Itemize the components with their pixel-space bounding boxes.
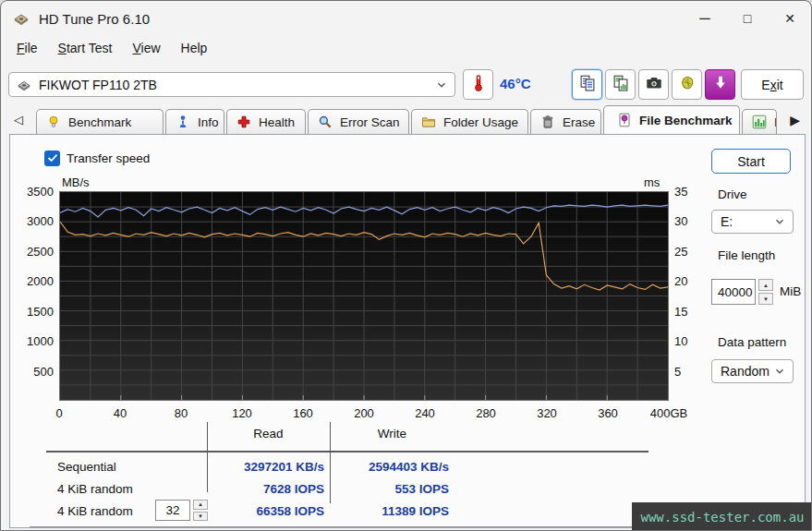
ms-axis-tick: 25 [674, 244, 687, 258]
app-window: HD Tune Pro 6.10 ─ □ ✕ FileStart TestVie… [0, 0, 812, 531]
benchmark-icon [46, 115, 61, 129]
data-pattern-select[interactable]: Random [711, 359, 794, 383]
benchmark-chart [59, 191, 669, 401]
screenshot-button[interactable] [638, 69, 669, 100]
download-button[interactable] [705, 69, 735, 100]
file-length-input[interactable]: 40000 [711, 279, 756, 305]
tab-label: Health [259, 115, 295, 129]
tab-label: Folder Usage [443, 115, 518, 129]
x-axis-tick: 80 [175, 406, 188, 420]
drive-select[interactable]: E: [711, 210, 794, 234]
folder-icon [421, 115, 436, 129]
monitor-icon [752, 115, 767, 129]
spinner-up-icon[interactable]: ▲ [758, 279, 773, 291]
health-icon [236, 115, 251, 129]
chevron-down-icon [436, 79, 447, 91]
menu-item-file[interactable]: File [6, 39, 48, 57]
tab-file-benchmark[interactable]: File Benchmark [603, 105, 740, 134]
tab-label: Info [198, 115, 219, 129]
menu-item-start-test[interactable]: Start Test [48, 39, 123, 57]
ms-axis-tick: 20 [674, 274, 687, 288]
drive-select-value: E: [721, 214, 733, 229]
app-disk-icon [13, 10, 30, 27]
maximize-button[interactable]: □ [726, 1, 769, 36]
tab-m[interactable]: M. [742, 109, 777, 134]
x-axis-tick: 0 [55, 406, 62, 420]
temperature-value: 46°C [500, 76, 531, 91]
write-value: 2594403 KB/s [330, 457, 449, 477]
check-icon [47, 151, 58, 167]
x-axis-tick: 160 [293, 406, 313, 420]
y-axis-tick: 2000 [10, 274, 54, 288]
row-label: 4 KiB random [57, 501, 133, 522]
x-axis-tick: 40 [114, 406, 127, 420]
file-length-unit: MiB [780, 284, 801, 298]
download-icon [711, 74, 730, 95]
read-value: 3297201 KB/s [207, 457, 324, 477]
tabs-scroll-right-icon[interactable]: ▶ [790, 113, 800, 127]
window-title: HD Tune Pro 6.10 [39, 11, 150, 27]
table-row: 4 KiB random7628 IOPS553 IOPS [30, 479, 464, 500]
menu-bar: FileStart TestViewHelp [1, 36, 811, 60]
start-button[interactable]: Start [711, 149, 791, 174]
toolbar-buttons [572, 69, 735, 100]
drive-label: Drive [718, 187, 747, 201]
tab-info[interactable]: Info [165, 109, 224, 134]
tab-benchmark[interactable]: Benchmark [36, 109, 164, 134]
copy-icon [578, 74, 597, 95]
x-axis-tick: 240 [415, 406, 435, 420]
close-button[interactable]: ✕ [769, 1, 811, 36]
hand-icon [678, 74, 697, 95]
table-row: 4 KiB random66358 IOPS11389 IOPS [30, 501, 464, 522]
tab-health[interactable]: Health [226, 109, 306, 134]
window-controls: ─ □ ✕ [684, 1, 811, 36]
drive-selector[interactable]: FIKWOT FP110 2TB [8, 72, 455, 97]
title-bar: HD Tune Pro 6.10 ─ □ ✕ [1, 1, 811, 36]
write-column-header: Write [330, 427, 454, 440]
minimize-button[interactable]: ─ [684, 1, 726, 36]
tabs-scroll-left-icon[interactable]: ◁ [14, 113, 23, 127]
ms-axis-tick: 30 [674, 214, 687, 228]
x-axis-tick: 360 [598, 406, 618, 420]
tab-error-scan[interactable]: Error Scan [308, 109, 409, 134]
copy-image-button[interactable] [605, 69, 636, 100]
y-axis-tick: 1000 [10, 334, 54, 348]
ms-axis-tick: 5 [674, 364, 681, 378]
error-scan-icon [318, 115, 333, 129]
chevron-down-icon [774, 216, 785, 227]
temperature-button[interactable] [463, 69, 493, 100]
y-axis-tick: 3000 [10, 214, 54, 228]
chevron-down-icon [774, 366, 785, 377]
menu-item-help[interactable]: Help [171, 39, 218, 57]
file-benchmark-icon [617, 113, 632, 127]
y-axis-tick: 3500 [10, 185, 54, 199]
y-axis-tick: 1500 [10, 304, 54, 318]
hand-button[interactable] [672, 69, 702, 100]
read-value: 66358 IOPS [207, 501, 324, 522]
camera-icon [645, 74, 663, 95]
tab-label: Erase [563, 115, 595, 129]
toolbar: FIKWOT FP110 2TB 46°C Exit [1, 60, 811, 105]
x-axis-tick: 320 [537, 406, 557, 420]
tab-label: File Benchmark [639, 114, 733, 127]
x-axis-tick: 200 [354, 406, 374, 420]
transfer-speed-checkbox[interactable] [44, 151, 60, 166]
write-value: 553 IOPS [330, 479, 449, 500]
tab-erase[interactable]: Erase [530, 109, 601, 134]
spinner-down-icon[interactable]: ▼ [758, 293, 773, 305]
tab-label: M. [774, 115, 777, 129]
ms-axis-tick: 10 [674, 334, 687, 348]
exit-button[interactable]: Exit [741, 69, 804, 100]
menu-item-view[interactable]: View [122, 39, 170, 57]
data-pattern-value: Random [721, 364, 770, 379]
ms-axis-tick: 15 [674, 304, 687, 318]
y-axis-tick: 500 [10, 364, 54, 378]
disk-icon [17, 78, 31, 92]
ms-axis-tick: 35 [674, 185, 687, 199]
right-axis-label: ms [644, 175, 660, 189]
data-pattern-label: Data pattern [718, 335, 786, 349]
copy-button[interactable] [572, 69, 602, 100]
tab-folder-usage[interactable]: Folder Usage [411, 109, 528, 134]
header-rule [46, 451, 648, 453]
x-axis-tick: 400GB [650, 406, 687, 420]
